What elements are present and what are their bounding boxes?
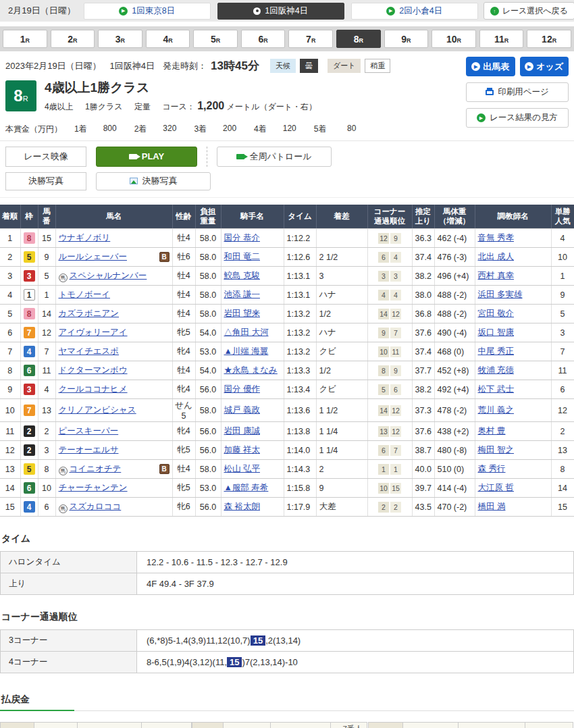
payout-row: 単勝15520円4番人気 <box>1 723 192 728</box>
trainer-name-link[interactable]: 奥村 豊 <box>478 426 506 436</box>
jockey-name-link[interactable]: ▲服部 寿希 <box>224 483 269 492</box>
back-to-race-select-button[interactable]: ↑ レース選択へ戻る <box>484 2 574 20</box>
race-tab-12r[interactable]: 12R <box>527 30 571 48</box>
jockey-name-link[interactable]: 松山 弘平 <box>224 464 260 473</box>
horse-name-link[interactable]: クールココナヒメ <box>59 384 128 394</box>
horse-name-cell: 馬スペシャルナンバー <box>55 267 172 286</box>
race-tab-10r[interactable]: 10R <box>432 30 476 48</box>
horse-name-link[interactable]: ルールシェーバー <box>59 252 127 261</box>
race-tab-5r[interactable]: 5R <box>193 30 238 48</box>
waku-badge: 7 <box>24 405 35 416</box>
corner-position-cell: 89 <box>367 361 412 380</box>
horse-name-link[interactable]: アイヴォリーアイ <box>59 328 128 337</box>
jockey-name-link[interactable]: 岩田 望来 <box>224 309 260 318</box>
trainer-cell: 橋田 満 <box>475 498 551 517</box>
results-column-header: タイム <box>284 205 316 229</box>
jockey-name-link[interactable]: 池添 謙一 <box>224 290 260 299</box>
horse-name-link[interactable]: トモノボーイ <box>59 290 110 299</box>
race-tab-11r[interactable]: 11R <box>479 30 524 48</box>
trainer-cell: 中尾 秀正 <box>475 342 551 361</box>
horse-name-cell: トモノボーイ <box>55 286 172 305</box>
horse-name-link[interactable]: ドクターマンボウ <box>59 365 128 375</box>
trainer-name-link[interactable]: 牧浦 充徳 <box>478 365 514 375</box>
jockey-name-link[interactable]: 森 裕太朗 <box>224 502 260 511</box>
prize-amount: 800 <box>97 124 117 135</box>
horse-name-link[interactable]: スペシャルナンバー <box>70 271 147 280</box>
corner4-value: 8-6,5(1,9)4(3,12)(11,15)7(2,13,14)-10 <box>137 652 574 673</box>
horse-name-link[interactable]: カズラボニアン <box>59 309 120 318</box>
race-tab-7r[interactable]: 7R <box>288 30 333 48</box>
trainer-name-link[interactable]: 西村 真幸 <box>478 271 514 280</box>
sex-age-cell: 牡4 <box>172 460 195 479</box>
shutuba-button[interactable]: ▶ 出馬表 <box>466 57 515 76</box>
trainer-name-link[interactable]: 梅田 智之 <box>478 445 514 454</box>
jockey-name-link[interactable]: ▲川端 海翼 <box>224 346 269 356</box>
race-tab-2r[interactable]: 2R <box>51 30 95 48</box>
prize-place: 3着 <box>194 124 207 135</box>
trainer-name-link[interactable]: 浜田 多実雄 <box>478 290 523 299</box>
corner-position-cell: 11 <box>367 460 412 479</box>
payout-table: 馬連9-1511,810円35番人気馬単15-917,630円62番人気3連複5… <box>367 722 574 728</box>
play-button[interactable]: PLAY <box>96 147 197 167</box>
jockey-name-link[interactable]: 国分 優作 <box>224 384 260 394</box>
trainer-name-link[interactable]: 橋田 満 <box>478 502 506 511</box>
horse-name-link[interactable]: ヤマイチエスポ <box>59 346 120 356</box>
meeting-tab-label: 1回阪神4日 <box>265 5 308 17</box>
horse-name-link[interactable]: テーオーエルサ <box>59 445 119 454</box>
trainer-name-link[interactable]: 松下 武士 <box>478 384 514 394</box>
trainer-cell: 森 秀行 <box>475 460 551 479</box>
waku-badge: 6 <box>24 482 35 494</box>
horse-name-link[interactable]: ピースキーパー <box>59 426 119 436</box>
horse-name-link[interactable]: ウナギノボリ <box>59 233 111 242</box>
print-page-button[interactable]: 印刷用ページ <box>466 82 569 102</box>
results-column-header: 枠 <box>20 205 38 229</box>
trainer-name-link[interactable]: 坂口 智康 <box>478 328 514 337</box>
trainer-name-link[interactable]: 音無 秀孝 <box>478 233 514 242</box>
meeting-tab[interactable]: 1回阪神4日 <box>217 3 344 20</box>
meeting-tab[interactable]: ▶1回東京8日 <box>84 3 211 20</box>
horse-name-link[interactable]: コイニオチテ <box>70 464 122 473</box>
horse-name-link[interactable]: スズカロココ <box>70 502 122 511</box>
corner-position-cell: 64 <box>367 248 412 267</box>
race-tab-1r[interactable]: 1R <box>3 30 47 48</box>
jockey-name-link[interactable]: ★永島 まなみ <box>224 365 278 375</box>
race-tab-4r[interactable]: 4R <box>146 30 190 48</box>
jockey-name-link[interactable]: 和田 竜二 <box>224 252 260 261</box>
horse-name-link[interactable]: チャーチャンテン <box>59 483 128 492</box>
race-tab-9r[interactable]: 9R <box>384 30 429 48</box>
corner2-pos: 12 <box>390 309 401 319</box>
corner-position-cell: 44 <box>367 286 412 305</box>
waku-badge: 2 <box>24 425 35 437</box>
body-weight-cell: 468 (0) <box>434 342 475 361</box>
race-tab-8r[interactable]: 8R <box>336 30 381 48</box>
carried-weight-cell: 58.0 <box>195 399 221 422</box>
corner2-pos: 2 <box>390 502 401 513</box>
trainer-name-link[interactable]: 大江原 哲 <box>478 483 514 492</box>
horse-name-link[interactable]: クリノアンビシャス <box>59 405 136 415</box>
table-row: 1546馬スズカロココ牝656.0森 裕太朗1:17.9大差2243.5470 … <box>0 498 574 517</box>
finish-photo-button[interactable]: 決勝写真 <box>96 172 211 190</box>
trainer-name-link[interactable]: 森 秀行 <box>478 464 506 473</box>
horse-number-cell: 12 <box>38 323 55 342</box>
patrol-video-button[interactable]: 全周パトロール <box>217 147 332 167</box>
jockey-name-link[interactable]: △角田 大河 <box>224 328 269 337</box>
trainer-name-link[interactable]: 荒川 義之 <box>478 405 514 415</box>
race-tab-6r[interactable]: 6R <box>241 30 286 48</box>
result-guide-button[interactable]: ▶ レース結果の見方 <box>466 108 569 128</box>
table-row: 1122ピースキーパー牝456.0岩田 康誠1:13.81 1/4131237.… <box>0 422 574 441</box>
race-tab-3r[interactable]: 3R <box>98 30 142 48</box>
corner1-pos: 4 <box>378 290 389 301</box>
jockey-name-link[interactable]: 鮫島 克駿 <box>224 271 260 280</box>
jockey-name-link[interactable]: 城戸 義政 <box>224 405 260 415</box>
trainer-cell: 坂口 智康 <box>475 323 551 342</box>
meeting-tab[interactable]: ▶2回小倉4日 <box>351 3 478 20</box>
jockey-name-link[interactable]: 岩田 康誠 <box>224 426 260 436</box>
margin-cell: ハナ <box>316 286 367 305</box>
trainer-name-link[interactable]: 中尾 秀正 <box>478 346 514 356</box>
trainer-name-link[interactable]: 北出 成人 <box>478 252 514 261</box>
payout-table: 単勝15520円4番人気複勝15230円4番人気9910円10番人気5200円3… <box>0 722 192 728</box>
odds-button[interactable]: ▶ オッズ <box>520 57 569 76</box>
jockey-name-link[interactable]: 加藤 祥太 <box>224 445 260 454</box>
trainer-name-link[interactable]: 宮田 敬介 <box>478 309 514 318</box>
jockey-name-link[interactable]: 国分 恭介 <box>224 233 260 242</box>
